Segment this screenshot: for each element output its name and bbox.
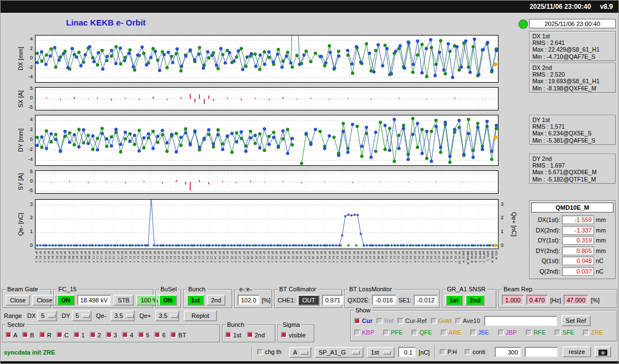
sigma-visible-checkbox[interactable]: visible: [281, 332, 306, 338]
sector-checkbox-r[interactable]: R: [39, 332, 52, 338]
show-pfe-label: PFE: [391, 329, 402, 336]
fc15-on-button[interactable]: ON: [57, 295, 75, 306]
screenshot-button[interactable]: [595, 346, 611, 357]
sector-checkbox-c[interactable]: C: [57, 332, 69, 338]
ph-checkbox[interactable]: P.H: [440, 348, 457, 355]
show-jbe-checkbox[interactable]: JBE: [470, 329, 489, 336]
status-time: 2025/11/06 23:00:40: [529, 19, 616, 28]
checkbox-icon: [383, 330, 389, 336]
chg-th-checkbox[interactable]: chg th: [257, 348, 281, 355]
show-zre-checkbox[interactable]: ZRE: [583, 329, 603, 336]
sector-checkbox-1[interactable]: 1: [74, 332, 85, 338]
checkbox-icon: [411, 330, 417, 336]
sector-checkbox-bt[interactable]: BT: [170, 332, 186, 338]
sector-item-label: 6: [162, 332, 165, 338]
gr-a1-2nd-button[interactable]: 2nd: [465, 295, 485, 306]
sx-plot: SX [A] 50-5: [35, 87, 499, 110]
show-qfe-checkbox[interactable]: QFE: [411, 329, 432, 336]
show-jbp-label: JBP: [506, 329, 517, 336]
bottom-strip: [1, 361, 619, 364]
checkbox-icon: [74, 332, 80, 338]
sector-label: Sector: [6, 321, 27, 328]
beam-gate-close1-button[interactable]: Close: [6, 295, 30, 306]
bunch-select-label: Bunch: [187, 286, 207, 292]
fc15-stb-button[interactable]: STB: [113, 295, 134, 306]
bunch-select[interactable]: 1st: [367, 347, 395, 358]
show-kbp-checkbox[interactable]: KBP: [354, 329, 374, 336]
sector-item-label: BT: [178, 332, 186, 338]
ref-name-input[interactable]: [484, 316, 557, 326]
dy-1st-stats: DY 1st RMS : 1.571 Max : 6.234@QX5E_S Mi…: [529, 115, 616, 145]
range-qem-select[interactable]: 3.5: [110, 310, 135, 321]
sigma-visible-label: visible: [289, 332, 306, 338]
show-cur-ref-checkbox[interactable]: Cur-Ref: [397, 317, 427, 324]
sector-checkbox-a[interactable]: A: [6, 332, 17, 338]
qmd-row: Q(1st):0.048nC: [531, 256, 613, 266]
set-ref-button[interactable]: Set Ref: [561, 315, 591, 326]
range-qem-value: 3.5: [114, 312, 123, 319]
threshold-input[interactable]: 0.1: [398, 347, 416, 357]
busel-group: BuSel ON: [155, 289, 181, 308]
sector-select[interactable]: A: [289, 347, 311, 358]
sector-item-label: R: [47, 332, 52, 338]
show-are-checkbox[interactable]: ARE: [441, 329, 461, 336]
bunch-1st-button[interactable]: 1st: [187, 295, 204, 306]
che1-value-display: 0.971: [322, 295, 344, 305]
bunch-2nd-checkbox[interactable]: 2nd: [247, 332, 265, 338]
show-ave10-checkbox[interactable]: Ave10: [455, 317, 480, 324]
sector-checkbox-2[interactable]: 2: [90, 332, 101, 338]
che1-out-button[interactable]: OUT: [298, 295, 319, 306]
sector-checkbox-6[interactable]: 6: [154, 332, 165, 338]
sector-checkbox-b[interactable]: B: [22, 332, 34, 338]
qmd-row-unit: mm: [596, 227, 608, 234]
bt-collimator-label: BT Collimator: [278, 286, 318, 292]
dropdown-bar-icon: [300, 351, 308, 355]
show-sfe-checkbox[interactable]: SFE: [555, 329, 574, 336]
fc15-kv-display: 18.498 kV: [77, 295, 112, 305]
sector-checkbox-5[interactable]: 5: [138, 332, 149, 338]
bpm-select[interactable]: SP_A1_G: [315, 347, 364, 358]
qmd-row-value: 0.319: [562, 236, 594, 245]
range-dy-select[interactable]: 5: [72, 310, 92, 321]
show-row2: KBP PFE QFE ARE JBE JBP RFE SFE ZRE: [354, 329, 603, 336]
dropdown-bar-icon: [383, 351, 391, 355]
sector-checkbox-4[interactable]: 4: [122, 332, 133, 338]
sy-yticks: 50-5: [23, 170, 34, 194]
dy1-max: Max : 6.234@QX5E_S: [532, 130, 612, 136]
bunch-1st-checkbox[interactable]: 1st: [225, 332, 241, 338]
qmd10e-panel: QMD10E_M DX(1st):-1.559mm DX(2nd):-1.337…: [529, 200, 616, 279]
replot-button[interactable]: Replot: [184, 310, 217, 321]
interval-input[interactable]: 300: [495, 347, 521, 357]
resize-button[interactable]: resize: [562, 346, 591, 357]
sector-item-label: A: [13, 332, 17, 338]
checkbox-icon: [90, 332, 96, 338]
gr-a1-1st-button[interactable]: 1st: [445, 295, 463, 306]
qxd2e-label: QXD2E:: [348, 297, 370, 304]
dy2-title: DY 2nd: [532, 155, 612, 162]
se1-label: SE1:: [399, 297, 412, 304]
show-pfe-checkbox[interactable]: PFE: [383, 329, 402, 336]
app-window: 2025/11/06 23:00:40 v8.9 Linac KEKB e- O…: [0, 0, 619, 364]
sector-checkbox-3[interactable]: 3: [106, 332, 117, 338]
bpm-name-axis: SP_A1_GSP_A2_GSP_A3_GSP_A4_GSP_B1_GSP_B2…: [35, 251, 499, 284]
show-rfe-checkbox[interactable]: RFE: [526, 329, 546, 336]
ee-ratio-unit: [%]: [262, 297, 271, 304]
show-gold-checkbox[interactable]: Gold: [431, 317, 451, 324]
beam-rep-v1-display: 1.000: [502, 295, 524, 305]
checkbox-icon: [122, 332, 128, 338]
blank-input[interactable]: [525, 347, 558, 357]
dy1-min: Min : -5.381@QAF5E_S: [532, 137, 612, 144]
range-dx-select[interactable]: 5: [37, 310, 57, 321]
range-qep-select[interactable]: 3.5: [155, 310, 179, 321]
qmd-row-label: DX(1st):: [531, 216, 560, 223]
busel-on-button[interactable]: ON: [159, 295, 177, 306]
show-cur-checkbox[interactable]: Cur: [354, 317, 373, 324]
dx2-title: DX 2nd: [532, 64, 612, 71]
beam-gate-label: Beam Gate: [6, 286, 40, 292]
show-ref-checkbox[interactable]: Ref: [376, 317, 394, 324]
bunch-2nd-button[interactable]: 2nd: [207, 295, 225, 306]
conti-checkbox[interactable]: conti: [465, 348, 485, 355]
show-ave10-label: Ave10: [463, 317, 480, 324]
show-cur-ref-label: Cur-Ref: [405, 317, 427, 324]
show-jbp-checkbox[interactable]: JBP: [498, 329, 517, 336]
